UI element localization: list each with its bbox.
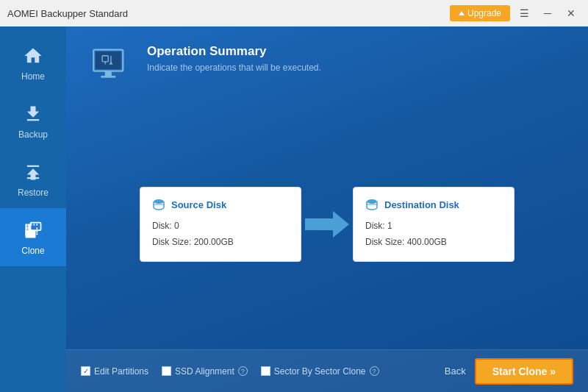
source-disk-info: Disk: 0 Disk Size: 200.00GB: [152, 218, 289, 250]
svg-rect-1: [26, 230, 36, 238]
destination-disk-box: Destination Disk Disk: 1 Disk Size: 400.…: [353, 187, 514, 261]
page-title: Operation Summary: [147, 44, 321, 59]
ssd-alignment-help-icon[interactable]: ?: [238, 366, 248, 376]
clone-arrow: [301, 208, 353, 240]
sidebar: Home Backup Restore: [0, 26, 66, 392]
destination-disk-icon: [365, 198, 379, 211]
titlebar: AOMEI Backupper Standard Upgrade ☰ ─ ✕: [0, 0, 588, 26]
header-icon-wrap: [88, 44, 132, 85]
svg-point-13: [367, 199, 377, 204]
ssd-alignment-checkbox[interactable]: [162, 366, 171, 376]
clone-area: Source Disk Disk: 0 Disk Size: 200.00GB: [66, 99, 588, 349]
page-subtitle: Indicate the operations that will be exe…: [147, 63, 321, 73]
svg-rect-4: [105, 71, 112, 75]
backup-icon: [21, 102, 45, 126]
minimize-button[interactable]: ─: [538, 4, 557, 23]
sector-clone-help-icon[interactable]: ?: [370, 366, 379, 376]
svg-marker-12: [305, 211, 349, 238]
destination-disk-size: Disk Size: 400.00GB: [365, 235, 502, 251]
source-disk-box: Source Disk Disk: 0 Disk Size: 200.00GB: [140, 187, 301, 261]
sidebar-item-backup[interactable]: Backup: [0, 92, 66, 150]
bottom-buttons: Back Start Clone »: [445, 358, 573, 385]
destination-disk-info: Disk: 1 Disk Size: 400.00GB: [365, 218, 502, 250]
restore-icon: [21, 160, 45, 184]
content-area: Operation Summary Indicate the operation…: [66, 26, 588, 392]
header-text: Operation Summary Indicate the operation…: [147, 44, 321, 73]
sidebar-item-clone[interactable]: Clone: [0, 208, 66, 266]
source-disk-size: Disk Size: 200.00GB: [152, 235, 289, 251]
clone-icon: [21, 218, 45, 242]
destination-disk-number: Disk: 1: [365, 218, 502, 235]
svg-rect-5: [101, 76, 115, 78]
upgrade-arrow-icon: [459, 11, 465, 15]
start-clone-button[interactable]: Start Clone »: [475, 358, 573, 385]
sidebar-item-home[interactable]: Home: [0, 34, 66, 92]
arrow-icon: [305, 208, 349, 240]
edit-partitions-checkbox[interactable]: [81, 366, 90, 376]
content-header: Operation Summary Indicate the operation…: [66, 26, 588, 99]
titlebar-controls: Upgrade ☰ ─ ✕: [450, 4, 581, 23]
menu-button[interactable]: ☰: [514, 4, 534, 23]
back-button[interactable]: Back: [445, 366, 466, 377]
sector-clone-option[interactable]: Sector By Sector Clone ?: [261, 366, 379, 377]
source-disk-number: Disk: 0: [152, 218, 289, 235]
svg-rect-0: [31, 223, 41, 231]
upgrade-button[interactable]: Upgrade: [450, 5, 510, 21]
home-icon: [21, 44, 45, 68]
close-button[interactable]: ✕: [562, 4, 581, 23]
sector-clone-checkbox[interactable]: [261, 366, 270, 376]
bottom-bar: Edit Partitions SSD Alignment ? Sector B…: [66, 349, 588, 392]
main-layout: Home Backup Restore: [0, 26, 588, 392]
source-disk-title: Source Disk: [152, 198, 289, 211]
app-title: AOMEI Backupper Standard: [7, 8, 128, 19]
edit-partitions-option[interactable]: Edit Partitions: [81, 366, 148, 377]
destination-disk-title: Destination Disk: [365, 198, 502, 211]
sidebar-item-restore[interactable]: Restore: [0, 150, 66, 208]
ssd-alignment-option[interactable]: SSD Alignment ?: [162, 366, 248, 377]
bottom-options: Edit Partitions SSD Alignment ? Sector B…: [81, 366, 379, 377]
operation-summary-icon: [90, 46, 131, 83]
source-disk-icon: [152, 198, 165, 211]
svg-point-10: [154, 199, 164, 204]
